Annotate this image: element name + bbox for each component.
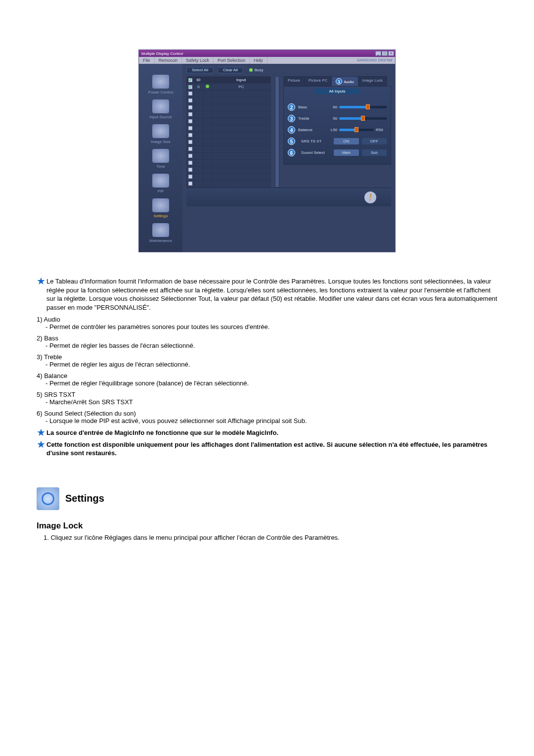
brand-label: SAMSUNG DIGITall (354, 57, 395, 64)
note-text: La source d'entrée de MagicInfo ne fonct… (46, 428, 500, 437)
balance-slider[interactable] (339, 129, 374, 131)
table-row[interactable] (187, 111, 271, 118)
annotation-6: 6 (288, 149, 295, 156)
menu-port-selection[interactable]: Port Selection (214, 57, 250, 64)
close-icon[interactable]: × (388, 51, 394, 56)
slider-thumb[interactable] (355, 127, 358, 132)
menubar: File Remocon Safety Lock Port Selection … (139, 57, 395, 64)
sidebar-item-maintenance[interactable]: Maintenance (139, 222, 182, 247)
table-row[interactable] (187, 181, 271, 188)
list-item: 3) Treble- Permet de régler les aigus de… (37, 353, 500, 368)
window-title: Multiple Display Control (140, 51, 375, 56)
table-row[interactable] (187, 139, 271, 146)
menu-file[interactable]: File (139, 57, 155, 64)
sidebar-item-input-source[interactable]: Input Source (139, 98, 182, 123)
note-text: Cette fonction est disponible uniquement… (46, 440, 500, 458)
tab-picture[interactable]: Picture (283, 76, 305, 86)
table-row[interactable]: 0 PC (187, 84, 271, 91)
list-item: 6) Sound Select (Sélection du son)- Lors… (37, 410, 500, 425)
sidebar-item-image-size[interactable]: Image Size (139, 123, 182, 148)
table-row[interactable] (187, 118, 271, 125)
srs-off-button[interactable]: OFF (362, 138, 387, 144)
settings-heading: Settings (37, 487, 500, 510)
menu-remocon[interactable]: Remocon (155, 57, 182, 64)
power-icon (152, 75, 169, 89)
sound-main-button[interactable]: Main (334, 149, 358, 156)
settings-icon (152, 198, 169, 212)
numbered-list: 1) Audio- Permet de contrôler les paramè… (37, 316, 500, 425)
menu-safety-lock[interactable]: Safety Lock (182, 57, 214, 64)
info-table: ID Input 0 PC (186, 76, 271, 188)
list-item: 1) Audio- Permet de contrôler les paramè… (37, 316, 500, 331)
titlebar: Multiple Display Control _ □ × (139, 50, 395, 57)
document-body: ★ Le Tableau d'Information fournit l'inf… (34, 277, 500, 541)
col-status (203, 77, 212, 84)
sidebar-item-power-control[interactable]: Power Control (139, 74, 182, 98)
table-row[interactable] (187, 160, 271, 167)
balance-slider-row: 4 Balance L50 R50 (288, 126, 387, 134)
table-row[interactable] (187, 97, 271, 104)
bass-slider[interactable] (339, 106, 387, 108)
slider-thumb[interactable] (361, 116, 365, 121)
star-icon: ★ (37, 428, 46, 437)
busy-indicator: Busy (249, 68, 264, 72)
panel-heading: All Inputs (315, 89, 359, 94)
maintenance-icon (152, 223, 169, 237)
time-icon (152, 149, 169, 163)
table-row[interactable] (187, 153, 271, 160)
row-checkbox[interactable] (188, 85, 192, 89)
scrollbar[interactable] (275, 76, 280, 188)
step-text: 1. Cliquez sur l'icône Réglages dans le … (37, 534, 500, 541)
col-id: ID (194, 77, 203, 84)
tab-image-lock[interactable]: Image Lock (358, 76, 387, 86)
list-item: 5) SRS TSXT- Marche/Arrêt Son SRS TSXT (37, 391, 500, 406)
col-check[interactable] (187, 77, 194, 84)
table-row[interactable] (187, 125, 271, 132)
sound-sub-button[interactable]: Sub (362, 149, 387, 156)
table-row[interactable] (187, 91, 271, 97)
treble-slider-row: 3 Treble 50 (288, 115, 387, 122)
sound-select-row: 6 Sound Select Main Sub (288, 149, 387, 156)
star-icon: ★ (37, 277, 46, 312)
treble-slider[interactable] (339, 117, 387, 120)
sidebar-item-time[interactable]: Time (139, 148, 182, 173)
annotation-5: 5 (288, 138, 295, 145)
list-item: 4) Balance- Permet de régler l'équilibra… (37, 372, 500, 387)
info-icon[interactable]: ! (364, 191, 376, 203)
srs-on-button[interactable]: ON (334, 138, 358, 144)
pip-icon (152, 174, 169, 188)
app-window: Multiple Display Control _ □ × File Remo… (138, 49, 396, 252)
slider-thumb[interactable] (366, 104, 370, 109)
list-item: 2) Bass- Permet de régler les basses de … (37, 334, 500, 349)
srs-row: 5 SRS TS XT ON OFF (288, 138, 387, 145)
clear-all-button[interactable]: Clear All (218, 67, 243, 73)
sidebar-item-settings[interactable]: Settings (139, 197, 182, 222)
annotation-1: 1 (336, 78, 342, 85)
col-input: Input (212, 77, 271, 84)
sidebar: Power Control Input Source Image Size Ti… (139, 64, 182, 252)
status-dot-icon (206, 85, 209, 88)
image-size-icon (152, 124, 169, 138)
table-row[interactable] (187, 132, 271, 139)
maximize-icon[interactable]: □ (382, 51, 388, 56)
settings-heading-label: Settings (65, 493, 104, 504)
table-row[interactable] (187, 104, 271, 111)
annotation-2: 2 (288, 103, 295, 111)
note-text: Le Tableau d'Information fournit l'infor… (46, 277, 500, 312)
bass-slider-row: 2 Bass 60 (288, 103, 387, 111)
annotation-3: 3 (288, 115, 295, 122)
table-row[interactable] (187, 167, 271, 174)
select-all-button[interactable]: Select All (186, 67, 214, 73)
menu-help[interactable]: Help (250, 57, 267, 64)
sidebar-item-pip[interactable]: PIP (139, 173, 182, 197)
tab-audio[interactable]: 1Audio (331, 76, 358, 86)
table-row[interactable] (187, 174, 271, 181)
minimize-icon[interactable]: _ (375, 51, 381, 56)
star-icon: ★ (37, 440, 46, 458)
input-icon (152, 99, 169, 113)
tab-picture-pc[interactable]: Picture PC (304, 76, 332, 86)
image-lock-heading: Image Lock (37, 521, 500, 531)
settings-heading-icon (37, 487, 59, 510)
table-row[interactable] (187, 146, 271, 153)
annotation-4: 4 (288, 126, 295, 134)
